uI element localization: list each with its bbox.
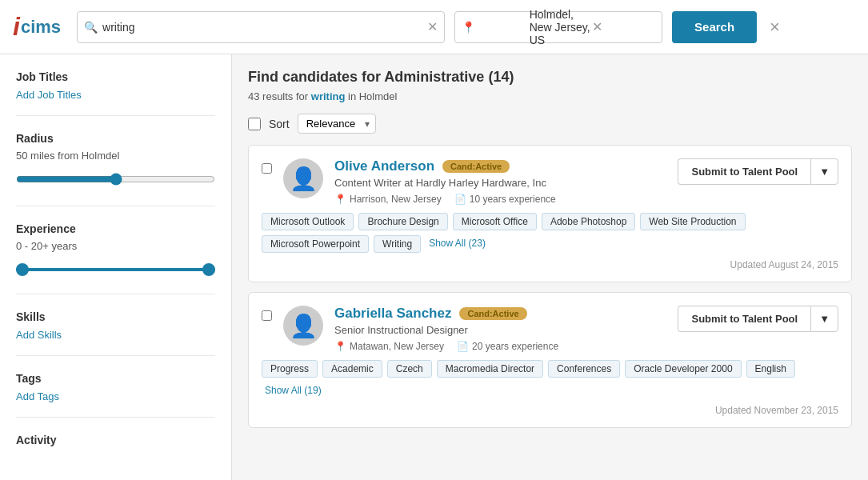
experience-slider: [16, 260, 215, 279]
add-tags-link[interactable]: Add Tags: [16, 390, 59, 402]
submit-to-talent-pool-button[interactable]: Submit to Talent Pool: [678, 306, 810, 332]
card-header: 👤 Gabriella Sanchez Cand:Active Senior I…: [262, 306, 838, 352]
skill-tag: Microsoft Powerpoint: [262, 235, 369, 253]
results-content: Find candidates for Administrative (14) …: [232, 54, 868, 480]
location-search-box: 📍 Holmdel, New Jersey, US ✕: [454, 11, 662, 43]
status-badge: Cand:Active: [459, 307, 526, 320]
add-skills-link[interactable]: Add Skills: [16, 329, 62, 341]
select-all-checkbox[interactable]: [248, 118, 261, 130]
experience-text: 20 years experience: [472, 341, 558, 352]
skills-row: Microsoft OutlookBrochure DesignMicrosof…: [262, 213, 838, 253]
experience-meta-icon: 📄: [454, 194, 466, 205]
candidate-title: Content Writer at Hardly Harley Hardware…: [334, 177, 666, 189]
sort-select[interactable]: Relevance: [298, 114, 376, 134]
sidebar-tags: Tags Add Tags: [16, 372, 215, 418]
sidebar-activity: Activity: [16, 434, 215, 466]
radius-slider-container: [16, 170, 215, 191]
sidebar-experience: Experience 0 - 20+ years: [16, 222, 215, 294]
location-value: Holmdel, New Jersey, US: [530, 8, 593, 46]
skill-tag: Writing: [374, 235, 421, 253]
candidate-title: Senior Instructional Designer: [334, 324, 666, 336]
sort-bar: Sort Relevance: [248, 114, 852, 134]
sidebar-skills: Skills Add Skills: [16, 310, 215, 356]
experience-thumb-right[interactable]: [202, 263, 215, 276]
sidebar: Job Titles Add Job Titles Radius 50 mile…: [0, 54, 232, 480]
content-title: Find candidates for Administrative (14): [248, 69, 852, 86]
candidate-name[interactable]: Olive Anderson: [334, 158, 434, 174]
job-titles-label: Job Titles: [16, 70, 215, 83]
results-prefix: 43 results for: [248, 90, 311, 102]
activity-label: Activity: [16, 434, 215, 446]
tags-label: Tags: [16, 372, 215, 385]
radius-label: Radius: [16, 132, 215, 145]
submit-dropdown-button[interactable]: ▼: [810, 158, 838, 185]
experience-thumb-left[interactable]: [16, 263, 29, 276]
show-all-link[interactable]: Show All (19): [262, 382, 325, 398]
keyword-clear-icon[interactable]: ✕: [427, 19, 438, 34]
sidebar-radius: Radius 50 miles from Holmdel: [16, 132, 215, 206]
candidate-checkbox[interactable]: [262, 163, 272, 174]
skill-tag: Microsoft Office: [453, 213, 537, 230]
results-keyword: writing: [311, 90, 346, 102]
main-layout: Job Titles Add Job Titles Radius 50 mile…: [0, 54, 868, 480]
candidate-meta: 📍 Harrison, New Jersey 📄 10 years experi…: [334, 194, 666, 205]
experience-label: Experience: [16, 222, 215, 235]
location-meta: 📍 Harrison, New Jersey: [334, 194, 442, 205]
keyword-input[interactable]: [102, 21, 427, 34]
sort-select-wrapper: Relevance: [298, 114, 376, 134]
experience-meta-icon: 📄: [457, 341, 469, 352]
show-all-link[interactable]: Show All (23): [426, 235, 489, 253]
candidate-name-row: Olive Anderson Cand:Active: [334, 158, 666, 174]
skill-tag: Oracle Developer 2000: [625, 360, 741, 378]
logo-cims: cims: [21, 17, 61, 38]
avatar: 👤: [283, 306, 323, 346]
location-text: Harrison, New Jersey: [350, 194, 442, 205]
card-header: 👤 Olive Anderson Cand:Active Content Wri…: [262, 158, 838, 205]
experience-value: 0 - 20+ years: [16, 240, 215, 252]
sort-label: Sort: [269, 118, 290, 130]
avatar: 👤: [283, 158, 323, 198]
skill-tag: Microsoft Outlook: [262, 213, 354, 230]
search-icon: 🔍: [84, 21, 98, 34]
avatar-icon: 👤: [290, 166, 318, 192]
location-clear-icon[interactable]: ✕: [592, 19, 655, 34]
updated-text: Updated August 24, 2015: [262, 259, 838, 270]
submit-dropdown-button[interactable]: ▼: [810, 306, 838, 332]
skill-tag: Brochure Design: [358, 213, 447, 230]
skill-tag: English: [746, 360, 795, 378]
skill-tag: Macromedia Director: [437, 360, 543, 378]
candidate-card: 👤 Olive Anderson Cand:Active Content Wri…: [248, 145, 852, 282]
skills-row: ProgressAcademicCzechMacromedia Director…: [262, 360, 838, 398]
radius-slider[interactable]: [16, 173, 215, 186]
add-job-titles-link[interactable]: Add Job Titles: [16, 89, 82, 101]
skill-tag: Progress: [262, 360, 318, 378]
location-meta: 📍 Matawan, New Jersey: [334, 341, 444, 352]
keyword-search-box: 🔍 ✕: [77, 11, 445, 43]
candidate-name[interactable]: Gabriella Sanchez: [334, 306, 451, 322]
location-text: Matawan, New Jersey: [350, 341, 444, 352]
experience-meta: 📄 20 years experience: [457, 341, 558, 352]
card-actions: Submit to Talent Pool ▼: [678, 306, 838, 332]
status-badge: Cand:Active: [442, 160, 510, 173]
skill-tag: Conferences: [548, 360, 620, 378]
card-actions: Submit to Talent Pool ▼: [678, 158, 838, 185]
candidate-card: 👤 Gabriella Sanchez Cand:Active Senior I…: [248, 292, 852, 428]
candidate-checkbox[interactable]: [262, 310, 272, 321]
search-button[interactable]: Search: [672, 11, 757, 43]
candidate-meta: 📍 Matawan, New Jersey 📄 20 years experie…: [334, 341, 666, 352]
header: i cims 🔍 ✕ 📍 Holmdel, New Jersey, US ✕ S…: [0, 0, 868, 54]
skill-tag: Adobe Photoshop: [542, 213, 635, 230]
experience-text: 10 years experience: [470, 194, 556, 205]
experience-track: [16, 268, 215, 271]
candidate-list: 👤 Olive Anderson Cand:Active Content Wri…: [248, 145, 852, 428]
submit-to-talent-pool-button[interactable]: Submit to Talent Pool: [678, 158, 810, 185]
sidebar-job-titles: Job Titles Add Job Titles: [16, 70, 215, 116]
skills-label: Skills: [16, 310, 215, 323]
updated-text: Updated November 23, 2015: [262, 405, 838, 416]
candidate-name-row: Gabriella Sanchez Cand:Active: [334, 306, 666, 322]
location-meta-icon: 📍: [334, 194, 346, 205]
radius-value: 50 miles from Holmdel: [16, 150, 215, 162]
results-suffix: in Holmdel: [345, 90, 397, 102]
card-info: Gabriella Sanchez Cand:Active Senior Ins…: [334, 306, 666, 352]
close-button[interactable]: ×: [770, 17, 780, 38]
